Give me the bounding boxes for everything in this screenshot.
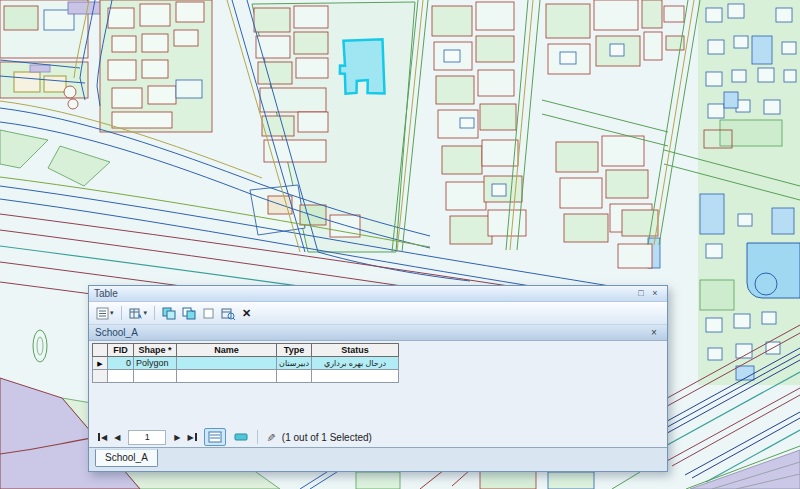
next-record-button[interactable]: ▶: [172, 433, 182, 442]
map-central-block: [250, 2, 415, 252]
show-all-records-icon: [208, 431, 222, 443]
table-options-icon: [96, 307, 109, 320]
current-row-arrow-icon: ▶: [97, 360, 102, 367]
selection-count-text: (1 out of 1 Selected): [282, 432, 372, 443]
last-bar: [195, 433, 197, 441]
table-row-empty[interactable]: [93, 370, 399, 383]
show-selected-records-icon: [234, 432, 248, 442]
first-bar: [98, 433, 100, 441]
row-selector[interactable]: [93, 370, 108, 383]
show-all-records-button[interactable]: [204, 428, 226, 446]
bottom-tab-strip: School_A: [89, 447, 667, 471]
select-by-attributes-button[interactable]: [160, 304, 178, 322]
record-number-input[interactable]: 1: [128, 430, 166, 445]
clear-selection-button[interactable]: [200, 304, 217, 322]
cell-empty[interactable]: [108, 370, 134, 383]
window-titlebar[interactable]: Table □ ×: [89, 286, 667, 302]
cell-shape[interactable]: Polygon: [134, 357, 177, 370]
select-by-attributes-icon: [162, 307, 176, 320]
clear-selection-icon: [202, 307, 215, 320]
col-fid[interactable]: FID: [108, 344, 134, 357]
col-name[interactable]: Name: [177, 344, 277, 357]
zoom-to-selected-button[interactable]: [219, 304, 237, 322]
switch-selection-icon: [182, 307, 196, 320]
cell-fid[interactable]: 0: [108, 357, 134, 370]
row-selector-header: [93, 344, 108, 357]
cell-empty[interactable]: [312, 370, 399, 383]
cell-type[interactable]: دبيرستان: [277, 357, 312, 370]
related-tables-button[interactable]: ▾: [127, 304, 150, 322]
next-arrow-icon: ▶: [174, 433, 180, 442]
first-record-button[interactable]: ◀: [96, 433, 109, 442]
layer-tab-bar: School_A ×: [89, 325, 667, 341]
prev-arrow-icon: ◀: [114, 433, 120, 442]
cell-empty[interactable]: [134, 370, 177, 383]
zoom-to-selected-icon: [221, 307, 235, 320]
attribute-table-window: Table □ × ▾ ▾ ✕ School_A ×: [88, 285, 668, 472]
cell-status[interactable]: درحال بهره برداري: [312, 357, 399, 370]
cell-empty[interactable]: [277, 370, 312, 383]
col-status[interactable]: Status: [312, 344, 399, 357]
attribute-grid: FID Shape * Name Type Status ▶ 0 Polygon…: [92, 343, 399, 383]
switch-selection-button[interactable]: [180, 304, 198, 322]
layer-tab-label: School_A: [95, 327, 138, 338]
toolbar-separator: [154, 306, 155, 320]
nav-separator: [257, 430, 258, 444]
cell-name[interactable]: [177, 357, 277, 370]
layer-close-icon[interactable]: ×: [647, 326, 661, 339]
toolbar-separator: [121, 306, 122, 320]
window-title: Table: [94, 288, 118, 299]
related-tables-icon: [129, 307, 143, 320]
record-navigation-bar: ◀ ◀ 1 ▶ ▶ ✎ (1 out of 1 Selected): [89, 427, 667, 447]
col-shape[interactable]: Shape *: [134, 344, 177, 357]
last-record-button[interactable]: ▶: [185, 433, 198, 442]
maximize-button[interactable]: □: [634, 287, 648, 300]
first-arrow-icon: ◀: [101, 433, 107, 442]
row-selector[interactable]: ▶: [93, 357, 108, 370]
previous-record-button[interactable]: ◀: [112, 433, 122, 442]
caret-down-icon: ▾: [110, 309, 114, 317]
header-row: FID Shape * Name Type Status: [93, 344, 399, 357]
show-selected-records-button[interactable]: [231, 429, 251, 445]
last-arrow-icon: ▶: [187, 433, 193, 442]
table-content-area: FID Shape * Name Type Status ▶ 0 Polygon…: [89, 341, 667, 427]
caret-down-icon: ▾: [144, 309, 148, 317]
edit-pencil-icon: ✎: [264, 432, 277, 441]
col-type[interactable]: Type: [277, 344, 312, 357]
table-row[interactable]: ▶ 0 Polygon دبيرستان درحال بهره برداري: [93, 357, 399, 370]
delete-selected-button[interactable]: ✕: [239, 304, 254, 322]
table-options-button[interactable]: ▾: [94, 304, 116, 322]
bottom-layer-tab[interactable]: School_A: [95, 449, 158, 467]
close-button[interactable]: ×: [648, 287, 662, 300]
cell-empty[interactable]: [177, 370, 277, 383]
table-toolbar: ▾ ▾ ✕: [89, 302, 667, 325]
